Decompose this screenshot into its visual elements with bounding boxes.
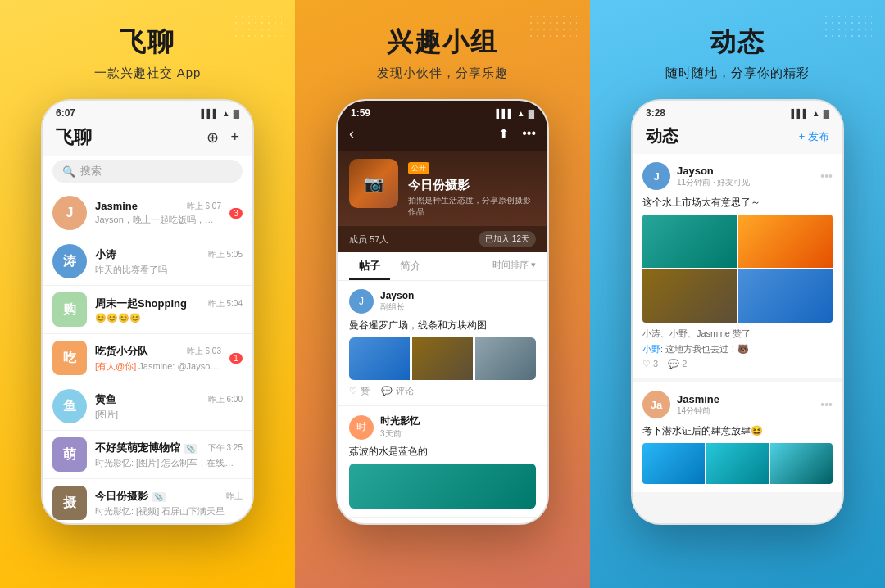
chat-preview: 时光影忆: [图片] 怎么制车，在线等，拍… [95,457,243,469]
chat-name: 吃货小分队 [95,344,148,359]
feed-comment-text: 小野: 这地方我也去过！🐻 [642,343,833,355]
comment-icon: 💬 [381,386,393,396]
chat-preview: [图片] [95,409,243,421]
feed-image [642,443,705,484]
group-nav-header: ‹ ⬆ ••• [338,122,547,151]
chat-list: J Jasmine 昨上 6:07 Jayson，晚上一起吃饭吗，小K回来了 3… [43,189,252,523]
search-icon: 🔍 [62,165,75,178]
group-meta: 成员 57人 已加入 12天 [338,226,547,252]
post-avatar: 时 [349,415,374,440]
publish-button[interactable]: + 发布 [799,129,829,144]
tab-posts[interactable]: 帖子 [349,252,390,280]
chat-item[interactable]: J Jasmine 昨上 6:07 Jayson，晚上一起吃饭吗，小K回来了 3 [43,189,252,237]
chat-item[interactable]: 萌 不好笑萌宠博物馆 📎 下午 3:25 时光影忆: [图片] 怎么制车，在线等… [43,431,252,479]
feed-avatar: J [642,162,670,190]
chat-name: 周末一起Shopping [95,296,187,311]
tab-intro[interactable]: 简介 [390,252,431,280]
chat-content: Jasmine 昨上 6:07 Jayson，晚上一起吃饭吗，小K回来了 [95,200,221,226]
feed-reactions: ♡ 3 💬 2 [642,359,833,369]
feed-avatar: Ja [642,391,670,418]
post-images [349,337,536,380]
post-user-row: J Jayson 副组长 [349,289,536,314]
status-time-3: 3:28 [646,107,665,119]
feed-meta: 11分钟前 · 好友可见 [677,177,814,188]
panel3-title: 动态 [710,25,765,61]
feed-image [738,215,833,268]
group-desc: 拍照是种生活态度，分享原创摄影作品 [408,195,536,218]
new-chat-icon[interactable]: + [230,129,239,147]
chat-name: 小涛 [95,247,116,262]
status-time-1: 6:07 [56,107,75,119]
chat-time: 昨上 5:04 [208,298,243,310]
feed-item[interactable]: Ja Jasmine 14分钟前 ••• 考下潜水证后的肆意放肆😆 [633,382,842,492]
panel2-title: 兴趣小组 [387,25,498,61]
wifi-icon: ▲ [517,109,525,118]
status-bar-1: 6:07 ▌▌▌ ▲ ▓ [43,101,252,122]
feed-username: Jasmine [677,393,814,405]
search-bar[interactable]: 🔍 搜索 [52,160,243,183]
chat-preview: Jayson，晚上一起吃饭吗，小K回来了 [95,214,221,226]
status-icons-2: ▌▌▌ ▲ ▓ [497,109,534,118]
like-button[interactable]: ♡赞 [349,385,370,397]
unread-badge: 3 [229,208,243,219]
comment-button[interactable]: 💬评论 [381,385,414,397]
post-username: 时光影忆 [380,414,420,428]
chat-name: Jasmine [95,200,138,212]
post-image [475,337,536,380]
post-user-info: Jayson 副组长 [380,290,414,313]
back-icon[interactable]: ‹ [349,125,354,142]
more-icon[interactable]: ••• [820,398,833,411]
post-actions: ♡赞 💬评论 [349,385,536,397]
post-single-image [349,464,536,509]
panel1-subtitle: 一款兴趣社交 App [94,66,202,81]
comment-label: 评论 [396,385,414,397]
add-friend-icon[interactable]: ⊕ [206,129,219,147]
post-user-row: 时 时光影忆 3天前 [349,414,536,440]
chat-content: 今日份摄影 📎 昨上 时光影忆: [视频] 石屏山下满天星 [95,489,243,518]
feed-username: Jayson [677,165,814,177]
feed-item[interactable]: J Jayson 11分钟前 · 好友可见 ••• 这个水上市场太有意思了～ [633,154,842,378]
signal-icon: ▌▌▌ [497,109,514,118]
post-time: 3天前 [380,428,420,440]
chat-name: 今日份摄影 📎 [95,489,166,504]
wifi-icon: ▲ [222,109,230,118]
moments-title: 动态 [646,125,678,147]
like-count[interactable]: ♡ 3 [642,359,658,369]
chat-content: 小涛 昨上 5:05 昨天的比赛看了吗 [95,247,243,276]
more-icon[interactable]: ••• [522,126,536,142]
panel-interest-group: 兴趣小组 发现小伙伴，分享乐趣 1:59 ▌▌▌ ▲ ▓ ‹ ⬆ ••• 📷 [295,0,590,588]
chat-header-icons: ⊕ + [206,129,239,147]
panel3-subtitle: 随时随地，分享你的精彩 [665,66,810,81]
feed-likes-text: 小涛、小野、Jasmine 赞了 [642,328,833,340]
chat-item[interactable]: 吃 吃货小分队 昨上 6:03 [有人@你] Jasmine: @Jayson … [43,334,252,382]
signal-icon: ▌▌▌ [792,109,809,118]
chat-preview: [有人@你] Jasmine: @Jayson 你在… [95,360,221,373]
post-username: Jayson [380,290,414,301]
group-badge: 公开 [408,162,429,174]
comment-count[interactable]: 💬 2 [668,359,687,369]
chat-item[interactable]: 涛 小涛 昨上 5:05 昨天的比赛看了吗 [43,237,252,286]
chat-time: 昨上 5:05 [208,249,243,260]
chat-header: 飞聊 ⊕ + [43,122,252,156]
chat-item[interactable]: 摄 今日份摄影 📎 昨上 时光影忆: [视频] 石屏山下满天星 [43,479,252,523]
join-button[interactable]: 已加入 12天 [479,231,536,247]
battery-icon: ▓ [529,109,534,118]
feed-list: J Jayson 11分钟前 · 好友可见 ••• 这个水上市场太有意思了～ [633,154,842,523]
feed-text: 这个水上市场太有意思了～ [642,195,833,210]
avatar: 吃 [52,341,87,375]
chat-time: 昨上 6:07 [187,201,221,212]
sort-button[interactable]: 时间排序 ▾ [492,252,536,280]
avatar: J [52,196,87,230]
chat-content: 周末一起Shopping 昨上 5:04 😊😊😊😊 [95,296,243,323]
chat-item[interactable]: 购 周末一起Shopping 昨上 5:04 😊😊😊😊 [43,286,252,334]
post-item[interactable]: J Jayson 副组长 曼谷暹罗广场，线条和方块构图 ♡赞 [338,281,547,406]
chat-content: 吃货小分队 昨上 6:03 [有人@你] Jasmine: @Jayson 你在… [95,344,221,373]
post-item[interactable]: 时 时光影忆 3天前 荔波的水是蓝色的 [338,406,547,518]
share-icon[interactable]: ⬆ [498,126,509,142]
status-time-2: 1:59 [351,107,370,119]
chat-name: 黄鱼 [95,392,116,407]
chat-item[interactable]: 鱼 黄鱼 昨上 6:00 [图片] [43,382,252,431]
feed-user-info: Jayson 11分钟前 · 好友可见 [677,165,814,188]
more-icon[interactable]: ••• [820,170,833,183]
join-section: 已加入 12天 [479,231,536,247]
